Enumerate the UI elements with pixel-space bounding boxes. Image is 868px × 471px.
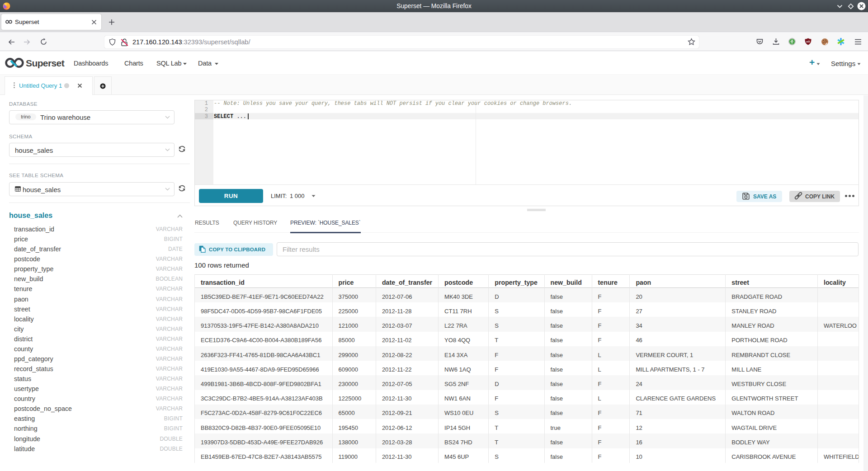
svg-text:uO: uO [806,40,810,43]
